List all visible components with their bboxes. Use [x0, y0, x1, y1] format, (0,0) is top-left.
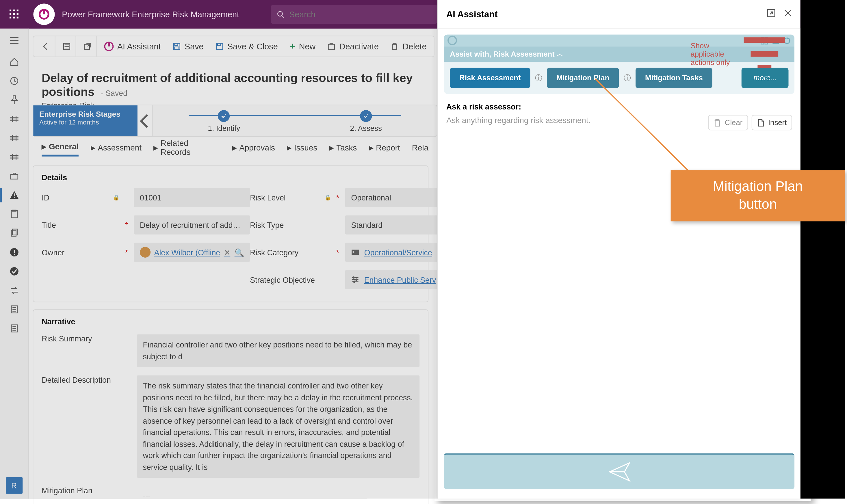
- section-narrative: Narrative Risk Summary Financial control…: [33, 309, 428, 504]
- field-detailed-description[interactable]: The risk summary states that the financi…: [137, 376, 419, 478]
- new-button[interactable]: +New: [284, 36, 322, 57]
- field-risk-summary[interactable]: Financial controller and two other key p…: [137, 335, 419, 367]
- tab-assessment[interactable]: ▶Assessment: [91, 143, 142, 156]
- global-search[interactable]: [271, 5, 437, 24]
- delete-button[interactable]: Delete: [385, 36, 433, 57]
- tab-label: Approvals: [239, 143, 275, 152]
- more-actions-button[interactable]: more...: [742, 68, 789, 88]
- svg-point-49: [356, 279, 357, 280]
- rail-doc-2-icon[interactable]: [0, 319, 28, 338]
- assist-context[interactable]: Assist with, Risk Assessment: [450, 50, 555, 58]
- open-new-window-button[interactable]: [77, 36, 97, 57]
- svg-rect-43: [218, 43, 221, 46]
- section-details: Details ID 01001 Risk Level Operational …: [33, 165, 428, 302]
- rail-doc-1-icon[interactable]: [0, 300, 28, 319]
- tab-report[interactable]: ▶Report: [369, 143, 400, 156]
- label-detailed-description: Detailed Description: [41, 376, 137, 478]
- tab-issues[interactable]: ▶Issues: [287, 143, 317, 156]
- rail-item-2-icon[interactable]: [0, 128, 28, 148]
- svg-rect-3: [10, 13, 11, 15]
- svg-rect-2: [17, 10, 18, 11]
- tab-tasks[interactable]: ▶Tasks: [329, 143, 357, 156]
- rail-item-1-icon[interactable]: [0, 109, 28, 128]
- rail-pin-icon[interactable]: [0, 90, 28, 109]
- label-risk-type: Risk Type: [250, 220, 345, 229]
- ai-assistant-button[interactable]: AI Assistant: [98, 36, 167, 57]
- trash-icon: [714, 119, 721, 126]
- rail-briefcase-icon[interactable]: [0, 167, 28, 186]
- rail-alert-circle-icon[interactable]: [0, 242, 28, 262]
- ai-assistant-panel: AI Assistant Assist with, Risk Assessmen…: [437, 0, 800, 499]
- svg-point-48: [353, 277, 355, 278]
- new-label: New: [299, 41, 316, 51]
- save-button[interactable]: Save: [167, 36, 210, 57]
- tab-general[interactable]: ▶General: [41, 142, 78, 156]
- rail-item-3-icon[interactable]: [0, 148, 28, 167]
- tab-related[interactable]: Rela: [412, 143, 428, 156]
- send-button[interactable]: [444, 453, 794, 489]
- lookup-search-icon[interactable]: 🔍: [235, 248, 244, 257]
- clear-lookup-icon[interactable]: ✕: [224, 248, 231, 257]
- form-selector-button[interactable]: [57, 36, 76, 57]
- bpf-stage-identify[interactable]: 1. Identify: [208, 110, 240, 132]
- info-icon[interactable]: ⓘ: [535, 73, 542, 83]
- deactivate-label: Deactivate: [339, 41, 379, 51]
- field-owner[interactable]: Alex Wilber (Offline ✕ 🔍: [134, 242, 250, 262]
- delete-label: Delete: [402, 41, 427, 51]
- ask-input[interactable]: Ask anything regarding risk assessment.: [446, 115, 708, 130]
- panel-title: AI Assistant: [446, 9, 498, 19]
- send-icon: [607, 460, 631, 484]
- tab-related-records[interactable]: ▶Related Records: [154, 139, 220, 160]
- field-id[interactable]: 01001: [134, 188, 250, 207]
- trash-icon: [391, 42, 399, 51]
- bpf-stage-bar: Enterprise Risk Stages Active for 12 mon…: [33, 105, 437, 137]
- label-mitigation-plan: Mitigation Plan: [41, 486, 137, 504]
- search-input[interactable]: [289, 10, 432, 19]
- bpf-header[interactable]: Enterprise Risk Stages Active for 12 mon…: [33, 105, 138, 136]
- tab-label: Issues: [294, 143, 317, 152]
- rail-hamburger-icon[interactable]: [0, 29, 28, 52]
- command-bar: AI Assistant Save Save & Close +New Deac…: [33, 36, 434, 57]
- risk-assessment-button[interactable]: Risk Assessment: [450, 68, 530, 88]
- svg-rect-1: [13, 10, 15, 11]
- mitigation-tasks-button[interactable]: Mitigation Tasks: [635, 68, 713, 88]
- bpf-collapse-button[interactable]: [138, 105, 153, 136]
- app-launcher-icon[interactable]: [0, 0, 29, 29]
- back-button[interactable]: [36, 36, 55, 57]
- screenshot-gutter: [800, 0, 845, 499]
- app-logo: [33, 3, 55, 25]
- info-icon[interactable]: ⓘ: [624, 73, 631, 83]
- panel-expand-button[interactable]: [767, 9, 775, 19]
- save-icon: [173, 42, 181, 51]
- save-close-button[interactable]: Save & Close: [210, 36, 284, 57]
- svg-rect-7: [13, 17, 15, 18]
- tab-label: Assessment: [98, 143, 141, 152]
- bpf-stage-label: 1. Identify: [208, 125, 240, 133]
- expand-icon: [767, 9, 775, 17]
- svg-rect-23: [14, 250, 15, 253]
- search-icon: [277, 10, 285, 18]
- svg-rect-41: [175, 47, 179, 49]
- bpf-stage-assess[interactable]: 2. Assess: [350, 110, 382, 132]
- rail-warning-icon[interactable]: [0, 186, 28, 205]
- rail-swap-icon[interactable]: [0, 281, 28, 300]
- rail-clipboard-icon[interactable]: [0, 205, 28, 224]
- deactivate-button[interactable]: Deactivate: [322, 36, 385, 57]
- clear-button[interactable]: Clear: [708, 115, 748, 130]
- svg-line-10: [282, 16, 284, 18]
- rail-copy-icon[interactable]: [0, 224, 28, 243]
- rail-area-switcher[interactable]: R: [6, 477, 22, 494]
- save-close-icon: [216, 42, 224, 51]
- save-label: Save: [185, 41, 204, 51]
- rail-home-icon[interactable]: [0, 52, 28, 71]
- insert-button[interactable]: Insert: [751, 115, 792, 130]
- rail-recent-icon[interactable]: [0, 71, 28, 90]
- panel-close-button[interactable]: [784, 9, 792, 19]
- ask-label: Ask a risk assessor:: [446, 102, 792, 111]
- tab-approvals[interactable]: ▶Approvals: [232, 143, 275, 156]
- field-title[interactable]: Delay of recruitment of add…: [134, 215, 250, 235]
- rail-check-circle-icon[interactable]: [0, 262, 28, 281]
- field-mitigation-plan[interactable]: ---: [137, 486, 419, 504]
- mitigation-plan-button[interactable]: Mitigation Plan: [547, 68, 619, 88]
- svg-rect-46: [353, 251, 354, 252]
